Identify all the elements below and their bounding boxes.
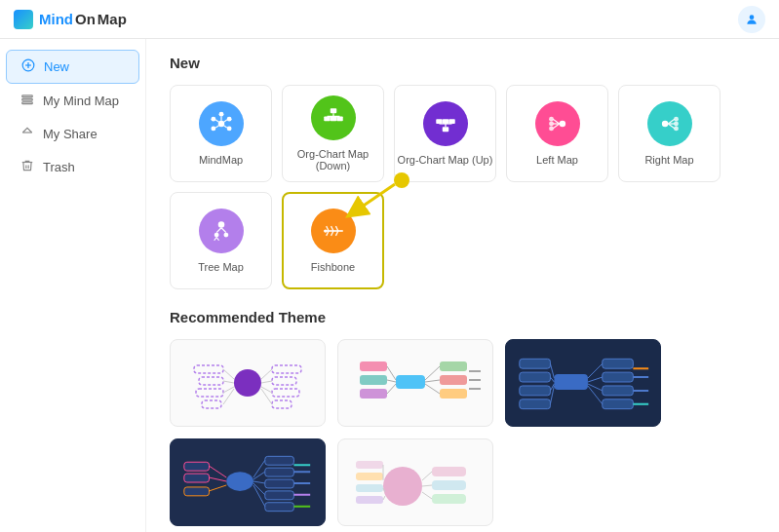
svg-line-106 <box>588 386 603 404</box>
svg-rect-6 <box>22 102 33 104</box>
svg-rect-123 <box>184 487 210 496</box>
svg-line-108 <box>550 377 554 382</box>
svg-line-145 <box>422 472 432 480</box>
svg-rect-18 <box>330 108 336 113</box>
svg-point-35 <box>549 122 554 127</box>
svg-point-47 <box>214 233 218 238</box>
svg-point-60 <box>324 229 327 232</box>
map-grid: MindMap Org-Chart Map (D <box>170 85 756 289</box>
svg-rect-29 <box>442 127 448 132</box>
svg-rect-99 <box>520 359 551 368</box>
sidebar-item-my-mind-map-label: My Mind Map <box>43 94 119 108</box>
svg-line-70 <box>261 369 272 379</box>
svg-point-12 <box>226 117 231 122</box>
svg-line-131 <box>210 485 227 491</box>
svg-line-13 <box>223 120 226 122</box>
svg-rect-66 <box>194 365 223 373</box>
svg-line-88 <box>387 366 396 380</box>
sidebar-item-my-mind-map[interactable]: My Mind Map <box>6 85 139 117</box>
org-chart-up-label: Org-Chart Map (Up) <box>398 154 493 166</box>
svg-line-31 <box>553 119 560 124</box>
sidebar-item-trash-label: Trash <box>43 160 75 174</box>
my-share-icon <box>19 126 35 142</box>
logo: MindOnMap <box>14 10 127 29</box>
new-section-title: New <box>170 55 756 71</box>
org-chart-down-icon <box>311 95 356 140</box>
svg-line-126 <box>253 481 265 483</box>
svg-rect-21 <box>324 116 331 121</box>
svg-point-115 <box>226 472 253 491</box>
new-icon <box>20 58 36 75</box>
svg-rect-24 <box>436 119 443 124</box>
svg-rect-82 <box>360 361 387 371</box>
new-section: New MindMap <box>170 55 756 289</box>
svg-line-45 <box>216 228 221 233</box>
org-chart-up-card[interactable]: Org-Chart Map (Up) <box>394 85 496 182</box>
svg-point-61 <box>234 369 261 397</box>
theme-card-3[interactable] <box>505 339 661 427</box>
svg-rect-84 <box>360 389 387 399</box>
svg-line-77 <box>223 389 234 404</box>
svg-rect-5 <box>22 98 33 100</box>
right-map-card[interactable]: Right Map <box>618 85 721 182</box>
svg-rect-83 <box>360 375 387 385</box>
logo-icon <box>14 10 33 29</box>
svg-line-50 <box>216 238 218 241</box>
tree-map-label: Tree Map <box>198 261 244 273</box>
logo-on-text: On <box>75 11 96 27</box>
tree-map-card[interactable]: Tree Map <box>170 192 272 289</box>
svg-line-38 <box>668 119 675 124</box>
right-map-icon <box>647 101 692 146</box>
header: MindOnMap <box>0 0 779 39</box>
sidebar-item-new[interactable]: New <box>6 50 139 84</box>
svg-line-33 <box>553 124 560 129</box>
svg-rect-117 <box>265 468 294 476</box>
svg-rect-102 <box>520 399 551 409</box>
svg-rect-140 <box>432 494 466 504</box>
org-chart-down-card[interactable]: Org-Chart Map (Down) <box>282 85 384 182</box>
svg-point-43 <box>674 126 679 131</box>
sidebar-item-my-share[interactable]: My Share <box>6 118 139 150</box>
theme-grid <box>170 339 756 526</box>
svg-line-151 <box>383 496 385 500</box>
svg-rect-4 <box>22 95 33 97</box>
svg-rect-22 <box>330 116 336 121</box>
user-avatar[interactable] <box>738 6 765 33</box>
theme-card-5[interactable] <box>337 438 493 526</box>
recommended-section-title: Recommended Theme <box>170 309 756 325</box>
svg-rect-141 <box>356 461 383 469</box>
left-map-card[interactable]: Left Map <box>506 85 608 182</box>
svg-line-146 <box>422 485 432 486</box>
fishbone-label: Fishbone <box>311 261 355 273</box>
svg-rect-118 <box>265 479 294 488</box>
left-map-icon <box>535 101 580 146</box>
svg-line-75 <box>223 381 234 383</box>
svg-line-74 <box>223 369 234 379</box>
svg-line-130 <box>210 477 227 481</box>
svg-line-87 <box>425 384 440 394</box>
theme-card-2[interactable] <box>337 339 493 427</box>
svg-rect-139 <box>432 480 466 490</box>
recommended-section: Recommended Theme <box>170 309 756 526</box>
theme-card-4[interactable] <box>170 438 326 526</box>
svg-point-10 <box>211 126 215 131</box>
mindmap-card[interactable]: MindMap <box>170 85 272 182</box>
svg-point-0 <box>750 15 755 19</box>
svg-rect-79 <box>440 361 467 371</box>
sidebar-item-trash[interactable]: Trash <box>6 151 139 183</box>
fishbone-card[interactable]: Fishbone <box>282 192 384 289</box>
svg-point-37 <box>661 121 668 128</box>
theme-card-1[interactable] <box>170 339 326 427</box>
right-map-label: Right Map <box>644 154 693 166</box>
svg-line-52 <box>355 184 395 211</box>
svg-rect-68 <box>196 389 223 397</box>
svg-line-105 <box>588 384 603 391</box>
content-area: New MindMap <box>146 39 779 532</box>
svg-point-48 <box>223 233 228 238</box>
left-map-label: Left Map <box>536 154 578 166</box>
svg-point-36 <box>549 126 554 131</box>
my-mind-map-icon <box>19 93 35 109</box>
svg-rect-120 <box>265 503 294 512</box>
svg-point-30 <box>559 121 565 128</box>
logo-map-text: Map <box>97 11 127 27</box>
